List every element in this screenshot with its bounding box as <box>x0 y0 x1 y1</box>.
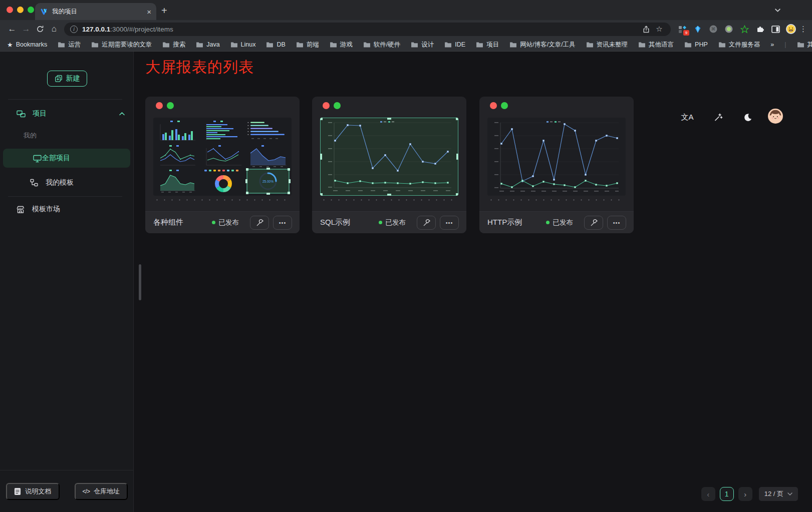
browser-toolbar: ← → ⌂ i 127.0.0.1:3000/#/project/items ☆… <box>0 20 812 38</box>
bookmarks-manager[interactable]: ★Bookmarks <box>7 41 47 49</box>
prev-page-button[interactable]: ‹ <box>701 487 715 501</box>
project-title: SQL示例 <box>320 218 379 227</box>
edit-hammer-button[interactable] <box>584 216 603 230</box>
more-actions-button[interactable]: ••• <box>440 216 459 230</box>
sidebar-item-my-templates[interactable]: 我的模板 <box>0 175 133 191</box>
bookmarks-divider: | <box>784 41 786 48</box>
extension-grid-icon[interactable]: 9 <box>677 24 688 35</box>
tab-close-icon[interactable]: × <box>147 8 151 16</box>
user-avatar[interactable] <box>768 109 783 124</box>
status-badge: 已发布 <box>546 218 574 227</box>
folder-icon <box>476 42 483 48</box>
site-info-icon[interactable]: i <box>70 26 78 33</box>
next-page-button[interactable]: › <box>738 487 752 501</box>
bookmark-folder[interactable]: 项目 <box>476 41 499 49</box>
folder-icon <box>196 42 203 48</box>
http-green-series <box>501 181 617 187</box>
bookmark-folder[interactable]: 游戏 <box>330 41 353 49</box>
browser-tab[interactable]: 我的项目 × <box>35 3 156 20</box>
status-dot <box>212 221 215 224</box>
translate-icon[interactable]: 文A <box>681 111 694 124</box>
window-close-button[interactable] <box>7 7 13 13</box>
bookmark-folder[interactable]: IDE <box>444 41 465 48</box>
new-project-button[interactable]: 新建 <box>47 71 87 87</box>
selection-handles <box>320 118 458 196</box>
sidebar-item-all-projects[interactable]: 全部项目 <box>3 149 130 168</box>
sql-green-series <box>335 181 448 184</box>
docs-button[interactable]: 说明文档 <box>6 483 60 500</box>
bookmark-folder[interactable]: 文件服务器 <box>718 41 760 49</box>
window-minimize-button[interactable] <box>17 7 24 13</box>
monitor-icon <box>33 154 42 163</box>
sidebar-item-template-market[interactable]: 模板市场 <box>0 201 133 217</box>
window-zoom-button[interactable] <box>28 7 34 13</box>
project-preview[interactable] <box>320 118 458 196</box>
bookmark-star-icon[interactable]: ☆ <box>653 25 666 34</box>
page-title: 大屏报表的列表 <box>145 57 254 78</box>
more-icon: ••• <box>279 220 287 226</box>
bookmark-folder[interactable]: 设计 <box>411 41 434 49</box>
bookmark-folder[interactable]: DB <box>266 41 285 48</box>
bookmarks-overflow-chevron[interactable]: » <box>770 41 774 48</box>
store-icon <box>16 205 25 214</box>
bookmark-folder[interactable]: PHP <box>684 41 708 48</box>
edit-hammer-button[interactable] <box>250 216 269 230</box>
project-preview[interactable] <box>487 118 626 196</box>
bookmark-folder[interactable]: 前端 <box>296 41 319 49</box>
page-size-select[interactable]: 12 / 页 <box>759 487 798 501</box>
templates-icon <box>30 178 39 187</box>
folder-icon <box>444 42 452 48</box>
project-preview[interactable]: 25.00% <box>153 118 292 196</box>
dark-mode-moon-icon[interactable] <box>741 111 754 124</box>
more-actions-button[interactable]: ••• <box>273 216 292 230</box>
folder-icon <box>797 42 804 48</box>
current-page-button[interactable]: 1 <box>720 487 734 501</box>
bookmark-folder[interactable]: 搜索 <box>162 41 185 49</box>
new-tab-button[interactable]: + <box>161 5 167 17</box>
components-preview-thumbnail: 25.00% <box>153 118 292 196</box>
home-button[interactable]: ⌂ <box>47 22 61 36</box>
extension-command-icon[interactable]: ⌘ <box>708 24 719 35</box>
forward-button[interactable]: → <box>19 22 33 36</box>
browser-menu-icon[interactable]: ⋮ <box>799 25 807 34</box>
other-bookmarks[interactable]: 其他书签 <box>797 41 812 49</box>
extension-star-icon[interactable] <box>739 24 750 35</box>
bookmark-folder[interactable]: 其他语言 <box>638 41 674 49</box>
folder-icon <box>58 42 65 48</box>
back-button[interactable]: ← <box>5 22 19 36</box>
scrollbar-thumb[interactable] <box>139 264 141 300</box>
bookmark-folder[interactable]: 软件/硬件 <box>363 41 400 49</box>
more-actions-button[interactable]: ••• <box>607 216 626 230</box>
sidebar-group-projects[interactable]: 项目 <box>0 106 133 122</box>
edit-hammer-button[interactable] <box>417 216 436 230</box>
bookmark-folder[interactable]: Linux <box>230 41 256 48</box>
magic-wand-icon[interactable] <box>711 111 724 124</box>
document-icon <box>14 487 21 495</box>
card-green-dot <box>501 102 508 109</box>
address-bar[interactable]: i 127.0.0.1:3000/#/project/items ☆ <box>64 23 671 36</box>
folder-icon <box>586 42 594 48</box>
reload-button[interactable] <box>33 22 47 36</box>
bookmark-folder[interactable]: 运营 <box>58 41 81 49</box>
card-footer: HTTP示例 已发布 ••• <box>479 211 634 233</box>
extension-circle-icon[interactable] <box>723 24 734 35</box>
profile-avatar-emoji[interactable] <box>785 24 796 35</box>
url-text: 127.0.0.1:3000/#/project/items <box>82 26 640 33</box>
gauge-value: 25.00% <box>262 180 274 183</box>
tab-search-chevron-icon[interactable] <box>774 7 781 14</box>
extensions-puzzle-icon[interactable] <box>754 24 765 35</box>
folder-icon <box>296 42 304 48</box>
bookmark-folder[interactable]: 资讯未整理 <box>586 41 628 49</box>
dotted-divider <box>320 199 458 201</box>
repo-button[interactable]: </> 仓库地址 <box>75 483 128 500</box>
bookmark-folder[interactable]: 近期需要读的文章 <box>91 41 152 49</box>
main-content: 大屏报表的列表 文A <box>134 52 812 512</box>
dotted-divider <box>153 199 292 201</box>
chevron-up-icon[interactable] <box>119 112 125 116</box>
bookmark-folder[interactable]: Java <box>196 41 219 48</box>
star-icon: ★ <box>7 41 13 49</box>
bookmark-folder[interactable]: 网站/博客/文章/工具 <box>509 41 575 49</box>
share-icon[interactable] <box>640 25 653 34</box>
side-panel-icon[interactable] <box>770 24 781 35</box>
extension-gem-icon[interactable] <box>692 24 703 35</box>
